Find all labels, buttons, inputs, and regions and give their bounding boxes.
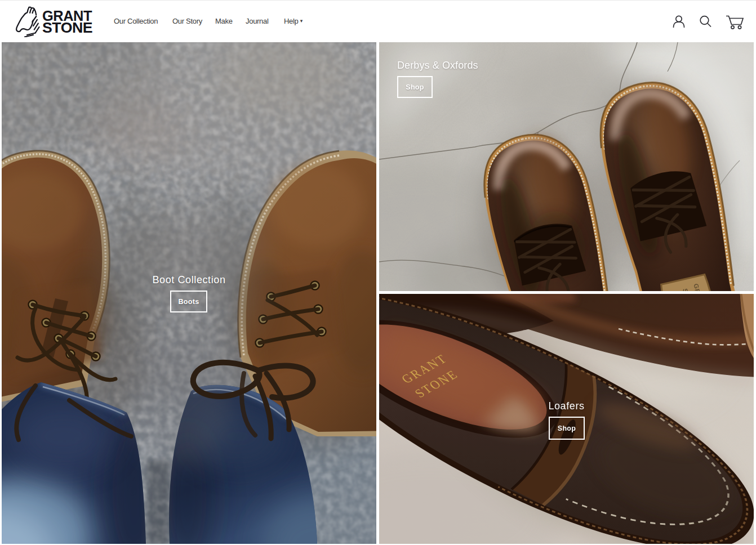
svg-text:STONE: STONE	[42, 19, 92, 36]
